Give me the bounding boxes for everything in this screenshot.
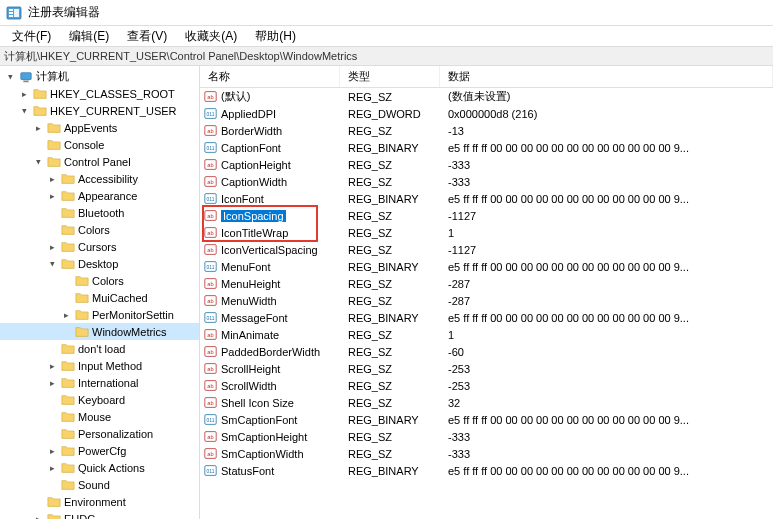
value-type: REG_SZ <box>340 346 440 358</box>
registry-value-row[interactable]: abSmCaptionWidthREG_SZ-333 <box>200 445 773 462</box>
menu-favorites[interactable]: 收藏夹(A) <box>177 27 245 46</box>
chevron-right-icon[interactable]: ▸ <box>46 445 58 457</box>
registry-value-row[interactable]: 011SmCaptionFontREG_BINARYe5 ff ff ff 00… <box>200 411 773 428</box>
registry-value-row[interactable]: 011MessageFontREG_BINARYe5 ff ff ff 00 0… <box>200 309 773 326</box>
registry-value-row[interactable]: abCaptionWidthREG_SZ-333 <box>200 173 773 190</box>
tree-node[interactable]: Mouse <box>0 408 199 425</box>
chevron-right-icon[interactable]: ▸ <box>32 513 44 520</box>
menu-file[interactable]: 文件(F) <box>4 27 59 46</box>
tree-node[interactable]: ▸AppEvents <box>0 119 199 136</box>
folder-icon <box>47 495 61 509</box>
cell-name: 011MessageFont <box>200 311 340 324</box>
address-bar[interactable]: 计算机\HKEY_CURRENT_USER\Control Panel\Desk… <box>0 46 773 66</box>
tree-node-label: Environment <box>64 496 126 508</box>
tree-node[interactable]: ▸Accessibility <box>0 170 199 187</box>
tree-node[interactable]: ▸HKEY_CURRENT_USER <box>0 102 199 119</box>
tree-node[interactable]: Bluetooth <box>0 204 199 221</box>
menu-view[interactable]: 查看(V) <box>119 27 175 46</box>
string-value-icon: ab <box>204 209 217 222</box>
menu-help[interactable]: 帮助(H) <box>247 27 304 46</box>
tree-node[interactable]: ▸Input Method <box>0 357 199 374</box>
registry-value-row[interactable]: abScrollHeightREG_SZ-253 <box>200 360 773 377</box>
tree-node[interactable]: Sound <box>0 476 199 493</box>
value-data: -287 <box>440 278 773 290</box>
tree-node[interactable]: ▸EUDC <box>0 510 199 519</box>
value-type: REG_BINARY <box>340 261 440 273</box>
registry-value-row[interactable]: abBorderWidthREG_SZ-13 <box>200 122 773 139</box>
registry-value-row[interactable]: abShell Icon SizeREG_SZ32 <box>200 394 773 411</box>
registry-value-row[interactable]: abPaddedBorderWidthREG_SZ-60 <box>200 343 773 360</box>
registry-value-row[interactable]: 011AppliedDPIREG_DWORD0x000000d8 (216) <box>200 105 773 122</box>
folder-icon <box>61 376 75 390</box>
value-data: -287 <box>440 295 773 307</box>
column-header-name[interactable]: 名称 <box>200 66 340 87</box>
tree-node[interactable]: ▸Cursors <box>0 238 199 255</box>
tree-view[interactable]: ▸计算机▸HKEY_CLASSES_ROOT▸HKEY_CURRENT_USER… <box>0 66 200 519</box>
registry-value-row[interactable]: abIconSpacingREG_SZ-1127 <box>200 207 773 224</box>
chevron-right-icon[interactable]: ▸ <box>46 462 58 474</box>
value-type: REG_SZ <box>340 176 440 188</box>
chevron-right-icon[interactable]: ▸ <box>46 360 58 372</box>
value-data: e5 ff ff ff 00 00 00 00 00 00 00 00 00 0… <box>440 142 773 154</box>
value-data: 1 <box>440 227 773 239</box>
value-data: -253 <box>440 363 773 375</box>
registry-value-row[interactable]: abMenuWidthREG_SZ-287 <box>200 292 773 309</box>
chevron-down-icon[interactable]: ▸ <box>4 71 16 83</box>
chevron-right-icon[interactable]: ▸ <box>46 190 58 202</box>
registry-value-row[interactable]: abMinAnimateREG_SZ1 <box>200 326 773 343</box>
tree-node[interactable]: ▸HKEY_CLASSES_ROOT <box>0 85 199 102</box>
registry-value-row[interactable]: 011MenuFontREG_BINARYe5 ff ff ff 00 00 0… <box>200 258 773 275</box>
tree-node[interactable]: ▸PowerCfg <box>0 442 199 459</box>
folder-icon <box>61 257 75 271</box>
tree-node[interactable]: Environment <box>0 493 199 510</box>
tree-node[interactable]: don't load <box>0 340 199 357</box>
chevron-right-icon[interactable]: ▸ <box>46 241 58 253</box>
registry-value-row[interactable]: abCaptionHeightREG_SZ-333 <box>200 156 773 173</box>
menu-edit[interactable]: 编辑(E) <box>61 27 117 46</box>
registry-value-row[interactable]: abIconTitleWrapREG_SZ1 <box>200 224 773 241</box>
registry-value-row[interactable]: 011CaptionFontREG_BINARYe5 ff ff ff 00 0… <box>200 139 773 156</box>
chevron-right-icon[interactable]: ▸ <box>46 377 58 389</box>
chevron-right-icon[interactable]: ▸ <box>60 309 72 321</box>
svg-text:ab: ab <box>207 247 213 253</box>
registry-value-row[interactable]: abSmCaptionHeightREG_SZ-333 <box>200 428 773 445</box>
tree-node[interactable]: Colors <box>0 221 199 238</box>
tree-node[interactable]: ▸计算机 <box>0 68 199 85</box>
tree-node[interactable]: ▸Quick Actions <box>0 459 199 476</box>
tree-node[interactable]: Personalization <box>0 425 199 442</box>
value-data: -333 <box>440 448 773 460</box>
tree-node[interactable]: ▸Control Panel <box>0 153 199 170</box>
tree-node[interactable]: MuiCached <box>0 289 199 306</box>
tree-node[interactable]: ▸International <box>0 374 199 391</box>
registry-value-row[interactable]: 011IconFontREG_BINARYe5 ff ff ff 00 00 0… <box>200 190 773 207</box>
registry-value-row[interactable]: 011StatusFontREG_BINARYe5 ff ff ff 00 00… <box>200 462 773 479</box>
tree-node-label: Personalization <box>78 428 153 440</box>
tree-node[interactable]: ▸Appearance <box>0 187 199 204</box>
registry-value-row[interactable]: abMenuHeightREG_SZ-287 <box>200 275 773 292</box>
expander-placeholder <box>46 224 58 236</box>
registry-value-row[interactable]: abIconVerticalSpacingREG_SZ-1127 <box>200 241 773 258</box>
chevron-down-icon[interactable]: ▸ <box>46 258 58 270</box>
registry-value-row[interactable]: ab(默认)REG_SZ(数值未设置) <box>200 88 773 105</box>
column-header-type[interactable]: 类型 <box>340 66 440 87</box>
tree-node[interactable]: WindowMetrics <box>0 323 199 340</box>
value-type: REG_SZ <box>340 431 440 443</box>
tree-node-label: Desktop <box>78 258 118 270</box>
tree-node[interactable]: Keyboard <box>0 391 199 408</box>
tree-node[interactable]: Console <box>0 136 199 153</box>
value-name: IconTitleWrap <box>221 227 288 239</box>
tree-node[interactable]: ▸PerMonitorSettin <box>0 306 199 323</box>
chevron-right-icon[interactable]: ▸ <box>32 122 44 134</box>
cell-name: abBorderWidth <box>200 124 340 137</box>
chevron-right-icon[interactable]: ▸ <box>46 173 58 185</box>
tree-node[interactable]: ▸Desktop <box>0 255 199 272</box>
list-view[interactable]: 名称 类型 数据 ab(默认)REG_SZ(数值未设置)011AppliedDP… <box>200 66 773 519</box>
chevron-right-icon[interactable]: ▸ <box>18 88 30 100</box>
column-header-data[interactable]: 数据 <box>440 66 773 87</box>
folder-icon <box>61 478 75 492</box>
registry-value-row[interactable]: abScrollWidthREG_SZ-253 <box>200 377 773 394</box>
tree-node[interactable]: Colors <box>0 272 199 289</box>
chevron-down-icon[interactable]: ▸ <box>18 105 30 117</box>
folder-icon <box>75 325 89 339</box>
chevron-down-icon[interactable]: ▸ <box>32 156 44 168</box>
